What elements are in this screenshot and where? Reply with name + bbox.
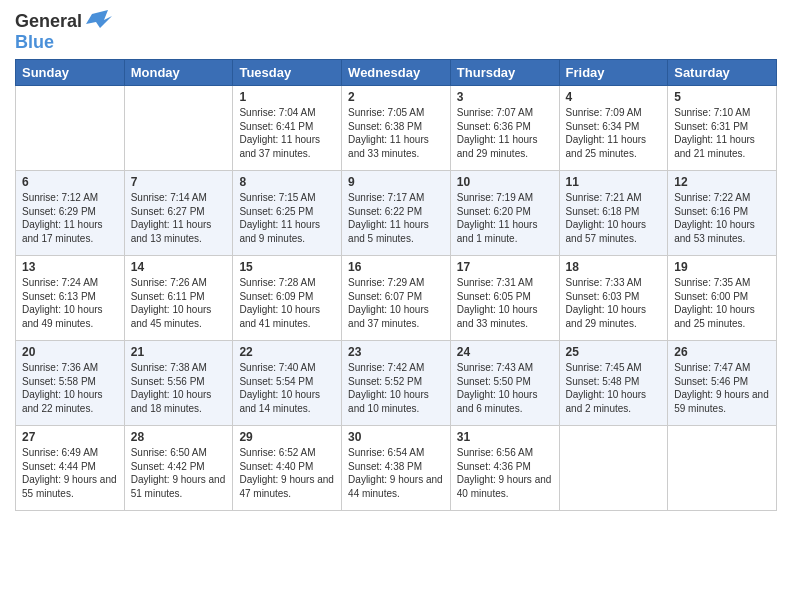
day-info: Sunrise: 6:50 AMSunset: 4:42 PMDaylight:… <box>131 446 227 500</box>
calendar-cell: 19Sunrise: 7:35 AMSunset: 6:00 PMDayligh… <box>668 256 777 341</box>
calendar-week-row: 6Sunrise: 7:12 AMSunset: 6:29 PMDaylight… <box>16 171 777 256</box>
day-info: Sunrise: 7:19 AMSunset: 6:20 PMDaylight:… <box>457 191 553 245</box>
calendar-cell <box>668 426 777 511</box>
day-info: Sunrise: 7:21 AMSunset: 6:18 PMDaylight:… <box>566 191 662 245</box>
svg-marker-0 <box>86 10 112 28</box>
calendar-cell: 4Sunrise: 7:09 AMSunset: 6:34 PMDaylight… <box>559 86 668 171</box>
day-number: 22 <box>239 345 335 359</box>
day-info: Sunrise: 7:22 AMSunset: 6:16 PMDaylight:… <box>674 191 770 245</box>
day-info: Sunrise: 7:42 AMSunset: 5:52 PMDaylight:… <box>348 361 444 415</box>
day-number: 26 <box>674 345 770 359</box>
calendar-cell: 29Sunrise: 6:52 AMSunset: 4:40 PMDayligh… <box>233 426 342 511</box>
day-number: 14 <box>131 260 227 274</box>
day-number: 15 <box>239 260 335 274</box>
day-info: Sunrise: 7:12 AMSunset: 6:29 PMDaylight:… <box>22 191 118 245</box>
header-saturday: Saturday <box>668 60 777 86</box>
day-info: Sunrise: 7:04 AMSunset: 6:41 PMDaylight:… <box>239 106 335 160</box>
day-info: Sunrise: 7:07 AMSunset: 6:36 PMDaylight:… <box>457 106 553 160</box>
calendar-cell: 23Sunrise: 7:42 AMSunset: 5:52 PMDayligh… <box>342 341 451 426</box>
day-number: 20 <box>22 345 118 359</box>
day-number: 18 <box>566 260 662 274</box>
calendar-cell: 5Sunrise: 7:10 AMSunset: 6:31 PMDaylight… <box>668 86 777 171</box>
day-number: 27 <box>22 430 118 444</box>
day-number: 28 <box>131 430 227 444</box>
calendar-cell: 14Sunrise: 7:26 AMSunset: 6:11 PMDayligh… <box>124 256 233 341</box>
day-number: 31 <box>457 430 553 444</box>
logo: General Blue <box>15 10 112 53</box>
calendar-cell: 9Sunrise: 7:17 AMSunset: 6:22 PMDaylight… <box>342 171 451 256</box>
day-info: Sunrise: 7:09 AMSunset: 6:34 PMDaylight:… <box>566 106 662 160</box>
calendar-cell: 22Sunrise: 7:40 AMSunset: 5:54 PMDayligh… <box>233 341 342 426</box>
calendar-cell: 16Sunrise: 7:29 AMSunset: 6:07 PMDayligh… <box>342 256 451 341</box>
header-monday: Monday <box>124 60 233 86</box>
calendar-cell: 24Sunrise: 7:43 AMSunset: 5:50 PMDayligh… <box>450 341 559 426</box>
calendar-cell: 27Sunrise: 6:49 AMSunset: 4:44 PMDayligh… <box>16 426 125 511</box>
day-info: Sunrise: 7:29 AMSunset: 6:07 PMDaylight:… <box>348 276 444 330</box>
calendar-cell: 21Sunrise: 7:38 AMSunset: 5:56 PMDayligh… <box>124 341 233 426</box>
day-number: 13 <box>22 260 118 274</box>
day-info: Sunrise: 7:45 AMSunset: 5:48 PMDaylight:… <box>566 361 662 415</box>
day-info: Sunrise: 7:43 AMSunset: 5:50 PMDaylight:… <box>457 361 553 415</box>
header-tuesday: Tuesday <box>233 60 342 86</box>
calendar-cell: 26Sunrise: 7:47 AMSunset: 5:46 PMDayligh… <box>668 341 777 426</box>
calendar-cell: 31Sunrise: 6:56 AMSunset: 4:36 PMDayligh… <box>450 426 559 511</box>
day-number: 11 <box>566 175 662 189</box>
day-info: Sunrise: 6:56 AMSunset: 4:36 PMDaylight:… <box>457 446 553 500</box>
logo-blue-text: Blue <box>15 32 54 52</box>
calendar-cell <box>124 86 233 171</box>
calendar-cell: 8Sunrise: 7:15 AMSunset: 6:25 PMDaylight… <box>233 171 342 256</box>
day-info: Sunrise: 7:10 AMSunset: 6:31 PMDaylight:… <box>674 106 770 160</box>
day-info: Sunrise: 7:47 AMSunset: 5:46 PMDaylight:… <box>674 361 770 415</box>
calendar-cell: 6Sunrise: 7:12 AMSunset: 6:29 PMDaylight… <box>16 171 125 256</box>
day-info: Sunrise: 7:28 AMSunset: 6:09 PMDaylight:… <box>239 276 335 330</box>
calendar-cell: 3Sunrise: 7:07 AMSunset: 6:36 PMDaylight… <box>450 86 559 171</box>
calendar-cell: 18Sunrise: 7:33 AMSunset: 6:03 PMDayligh… <box>559 256 668 341</box>
calendar-week-row: 1Sunrise: 7:04 AMSunset: 6:41 PMDaylight… <box>16 86 777 171</box>
day-info: Sunrise: 7:36 AMSunset: 5:58 PMDaylight:… <box>22 361 118 415</box>
day-number: 7 <box>131 175 227 189</box>
calendar-cell: 28Sunrise: 6:50 AMSunset: 4:42 PMDayligh… <box>124 426 233 511</box>
header-wednesday: Wednesday <box>342 60 451 86</box>
day-number: 25 <box>566 345 662 359</box>
logo-general-text: General <box>15 11 82 32</box>
header-thursday: Thursday <box>450 60 559 86</box>
day-number: 10 <box>457 175 553 189</box>
day-number: 17 <box>457 260 553 274</box>
calendar-cell: 25Sunrise: 7:45 AMSunset: 5:48 PMDayligh… <box>559 341 668 426</box>
day-number: 6 <box>22 175 118 189</box>
day-info: Sunrise: 6:54 AMSunset: 4:38 PMDaylight:… <box>348 446 444 500</box>
day-number: 30 <box>348 430 444 444</box>
day-info: Sunrise: 7:14 AMSunset: 6:27 PMDaylight:… <box>131 191 227 245</box>
calendar-cell: 11Sunrise: 7:21 AMSunset: 6:18 PMDayligh… <box>559 171 668 256</box>
day-number: 24 <box>457 345 553 359</box>
day-number: 4 <box>566 90 662 104</box>
calendar-cell: 30Sunrise: 6:54 AMSunset: 4:38 PMDayligh… <box>342 426 451 511</box>
day-info: Sunrise: 7:17 AMSunset: 6:22 PMDaylight:… <box>348 191 444 245</box>
header: General Blue <box>15 10 777 53</box>
calendar-cell <box>16 86 125 171</box>
header-sunday: Sunday <box>16 60 125 86</box>
calendar-cell: 7Sunrise: 7:14 AMSunset: 6:27 PMDaylight… <box>124 171 233 256</box>
day-info: Sunrise: 7:38 AMSunset: 5:56 PMDaylight:… <box>131 361 227 415</box>
day-info: Sunrise: 7:15 AMSunset: 6:25 PMDaylight:… <box>239 191 335 245</box>
calendar-cell: 20Sunrise: 7:36 AMSunset: 5:58 PMDayligh… <box>16 341 125 426</box>
day-number: 29 <box>239 430 335 444</box>
day-number: 8 <box>239 175 335 189</box>
calendar-table: SundayMondayTuesdayWednesdayThursdayFrid… <box>15 59 777 511</box>
calendar-cell: 12Sunrise: 7:22 AMSunset: 6:16 PMDayligh… <box>668 171 777 256</box>
logo-bird-icon <box>86 10 112 32</box>
header-friday: Friday <box>559 60 668 86</box>
calendar-cell: 2Sunrise: 7:05 AMSunset: 6:38 PMDaylight… <box>342 86 451 171</box>
calendar-cell <box>559 426 668 511</box>
day-number: 12 <box>674 175 770 189</box>
day-number: 23 <box>348 345 444 359</box>
day-number: 19 <box>674 260 770 274</box>
calendar-cell: 13Sunrise: 7:24 AMSunset: 6:13 PMDayligh… <box>16 256 125 341</box>
day-info: Sunrise: 6:49 AMSunset: 4:44 PMDaylight:… <box>22 446 118 500</box>
calendar-week-row: 20Sunrise: 7:36 AMSunset: 5:58 PMDayligh… <box>16 341 777 426</box>
day-info: Sunrise: 6:52 AMSunset: 4:40 PMDaylight:… <box>239 446 335 500</box>
day-info: Sunrise: 7:24 AMSunset: 6:13 PMDaylight:… <box>22 276 118 330</box>
day-info: Sunrise: 7:40 AMSunset: 5:54 PMDaylight:… <box>239 361 335 415</box>
day-number: 3 <box>457 90 553 104</box>
calendar-week-row: 13Sunrise: 7:24 AMSunset: 6:13 PMDayligh… <box>16 256 777 341</box>
